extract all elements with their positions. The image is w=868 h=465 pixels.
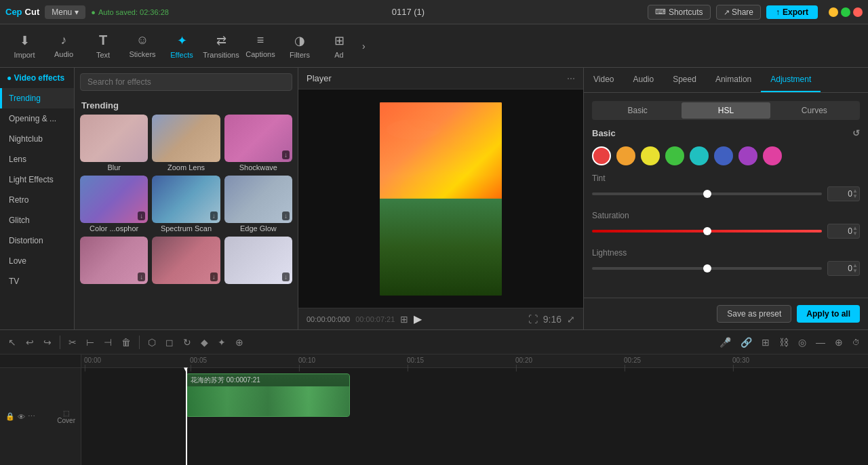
saturation-input[interactable] [831, 226, 852, 236]
color-pink[interactable] [763, 146, 782, 165]
tab-speed[interactable]: Speed [663, 68, 706, 92]
timeline-view-icon[interactable]: ⊞ [400, 314, 408, 325]
effect-shockwave[interactable]: ↓ Shockwave [224, 115, 292, 171]
tint-thumb[interactable] [703, 190, 711, 198]
sidebar-item-tv[interactable]: TV [0, 271, 74, 291]
tl-dash[interactable]: — [813, 334, 828, 350]
search-input[interactable] [80, 73, 292, 91]
aspect-ratio-icon[interactable]: 9:16 [543, 314, 561, 325]
menu-button[interactable]: Menu ▾ [45, 5, 85, 19]
tab-audio[interactable]: Audio [623, 68, 663, 92]
tool-filters[interactable]: ◑ Filters [281, 27, 319, 65]
tl-keyframe[interactable]: ◆ [198, 334, 211, 350]
color-cyan[interactable] [690, 146, 709, 165]
tl-delete[interactable]: 🗑 [119, 334, 134, 350]
effect-row4b[interactable]: ↓ [152, 237, 220, 285]
tl-snap[interactable]: ◎ [795, 334, 809, 350]
color-yellow[interactable] [641, 146, 660, 165]
tl-zoom-plus[interactable]: ⊕ [832, 334, 846, 350]
close-button[interactable] [853, 7, 863, 17]
track-more-icon[interactable]: ⋯ [28, 412, 35, 421]
color-blue[interactable] [714, 146, 733, 165]
tl-effects-tl[interactable]: ✦ [215, 334, 229, 350]
tl-add-track[interactable]: ⊕ [233, 334, 246, 350]
save-as-preset-button[interactable]: Save as preset [717, 305, 791, 323]
color-orange[interactable] [616, 146, 635, 165]
tl-grid[interactable]: ⊞ [759, 334, 772, 350]
subtab-curves[interactable]: Curves [770, 102, 859, 119]
tl-crop-left[interactable]: ⊢ [83, 334, 97, 350]
play-button[interactable]: ▶ [414, 312, 422, 325]
tab-video[interactable]: Video [584, 68, 623, 92]
effect-row4c[interactable]: ↓ [224, 237, 292, 285]
tool-stickers[interactable]: ☺ Stickers [123, 27, 161, 65]
cover-icon[interactable]: ⬚ [63, 409, 69, 417]
minimize-button[interactable] [829, 7, 838, 17]
sidebar-item-distortion[interactable]: Distortion [0, 230, 74, 251]
sidebar-item-glitch[interactable]: Glitch [0, 210, 74, 230]
lightness-thumb[interactable] [703, 264, 711, 272]
tool-effects[interactable]: ✦ Effects [163, 27, 201, 65]
sidebar-item-love[interactable]: Love [0, 251, 74, 271]
tool-text[interactable]: T Text [84, 27, 122, 65]
sidebar-item-opening[interactable]: Opening & ... [0, 108, 74, 129]
tl-split[interactable]: ✂ [66, 334, 79, 350]
tl-undo[interactable]: ↩ [23, 334, 37, 350]
tl-redo[interactable]: ↪ [41, 334, 54, 350]
tl-mic[interactable]: 🎤 [717, 334, 734, 350]
tl-rotate[interactable]: ↻ [180, 334, 194, 350]
toolbar-expand-icon[interactable]: › [362, 41, 366, 52]
tint-input[interactable] [831, 189, 852, 199]
tint-down-arrow[interactable]: ▼ [852, 194, 858, 199]
saturation-track[interactable] [592, 230, 822, 232]
lightness-input[interactable] [831, 264, 852, 273]
subtab-hsl[interactable]: HSL [682, 102, 770, 119]
lightness-track[interactable] [592, 267, 822, 270]
sidebar-item-retro[interactable]: Retro [0, 190, 74, 210]
sidebar-item-lens[interactable]: Lens [0, 149, 74, 169]
share-button[interactable]: ↗ Share [716, 5, 761, 20]
tint-track[interactable] [592, 193, 822, 195]
export-button[interactable]: ↑ Export [766, 5, 818, 19]
tool-audio[interactable]: ♪ Audio [45, 27, 83, 65]
effect-row4a[interactable]: ↓ [80, 237, 148, 285]
sidebar-item-nightclub[interactable]: Nightclub [0, 129, 74, 149]
main-clip[interactable]: 花海的苏芳 00:0007:21 [186, 373, 350, 417]
saturation-down-arrow[interactable]: ▼ [852, 231, 858, 237]
effect-zoom-lens[interactable]: Zoom Lens [152, 115, 220, 171]
tool-captions[interactable]: ≡ Captions [241, 27, 279, 65]
tool-transitions[interactable]: ⇄ Transitions [202, 27, 240, 65]
effect-edge-glow[interactable]: ↓ Edge Glow [224, 176, 292, 232]
track-eye-icon[interactable]: 👁 [18, 413, 25, 421]
effect-spectrum-scan[interactable]: ↓ Spectrum Scan [152, 176, 220, 232]
fullscreen-icon[interactable]: ⛶ [528, 314, 538, 325]
maximize-button[interactable] [841, 7, 850, 17]
tool-import[interactable]: ⬇ Import [5, 27, 43, 65]
tl-crop-right[interactable]: ⊣ [101, 334, 115, 350]
effect-blur[interactable]: Blur [80, 115, 148, 171]
shortcuts-button[interactable]: ⌨ Shortcuts [648, 5, 711, 20]
playhead[interactable] [186, 368, 187, 465]
player-menu-icon[interactable]: ⋯ [567, 74, 575, 83]
reset-icon[interactable]: ↺ [852, 128, 860, 138]
tl-freeze[interactable]: ◻ [163, 334, 176, 350]
tool-add[interactable]: ⊞ Ad [320, 27, 358, 65]
tab-animation[interactable]: Animation [706, 68, 761, 92]
tl-select-tool[interactable]: ↖ [5, 334, 19, 350]
tl-link[interactable]: 🔗 [738, 334, 755, 350]
apply-to-all-button[interactable]: Apply to all [797, 305, 860, 323]
color-red[interactable] [592, 146, 611, 165]
tl-chain[interactable]: ⛓ [776, 334, 791, 350]
subtab-basic[interactable]: Basic [593, 102, 682, 119]
lightness-down-arrow[interactable]: ▼ [852, 268, 858, 274]
sidebar-item-light-effects[interactable]: Light Effects [0, 169, 74, 190]
tl-group[interactable]: ⬡ [145, 334, 159, 350]
expand-icon[interactable]: ⤢ [567, 314, 575, 325]
color-purple[interactable] [738, 146, 757, 165]
tab-adjustment[interactable]: Adjustment [761, 68, 821, 92]
color-green[interactable] [665, 146, 684, 165]
sidebar-item-trending[interactable]: Trending [0, 88, 74, 108]
track-lock-icon[interactable]: 🔒 [5, 412, 15, 421]
saturation-thumb[interactable] [703, 227, 711, 235]
effect-color-phosphor[interactable]: ↓ Color ...osphor [80, 176, 148, 232]
